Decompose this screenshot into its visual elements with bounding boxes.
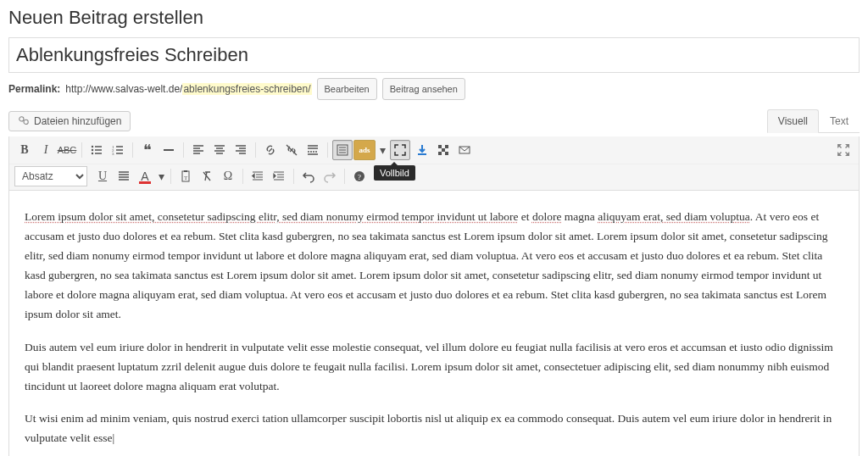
align-center-button[interactable] bbox=[209, 140, 230, 160]
align-justify-button[interactable] bbox=[114, 166, 134, 186]
mail-button[interactable] bbox=[454, 140, 475, 160]
text-cursor bbox=[112, 431, 114, 444]
ads-dropdown[interactable]: ▾ bbox=[376, 140, 388, 160]
svg-text:3: 3 bbox=[112, 152, 114, 156]
align-right-button[interactable] bbox=[231, 140, 251, 160]
link-button[interactable] bbox=[260, 140, 281, 160]
outdent-button[interactable] bbox=[248, 166, 268, 186]
add-media-label: Dateien hinzufügen bbox=[34, 115, 121, 127]
svg-rect-10 bbox=[445, 145, 448, 148]
svg-point-1 bbox=[24, 120, 28, 124]
tab-text[interactable]: Text bbox=[819, 109, 860, 133]
fullscreen-tooltip: Vollbild bbox=[374, 165, 415, 181]
text-color-dropdown[interactable]: ▾ bbox=[156, 166, 166, 186]
editor-content[interactable]: Lorem ipsum dolor sit amet, consetetur s… bbox=[8, 191, 860, 456]
permalink-row: Permalink: http://www.salvas-welt.de/abl… bbox=[8, 78, 860, 100]
svg-rect-9 bbox=[438, 145, 442, 148]
permalink-base[interactable]: http://www.salvas-welt.de/ bbox=[65, 83, 182, 95]
view-post-button[interactable]: Beitrag ansehen bbox=[382, 78, 465, 100]
paragraph[interactable]: Duis autem vel eum iriure dolor in hendr… bbox=[25, 338, 843, 397]
blockquote-button[interactable]: ❝ bbox=[137, 140, 158, 160]
redo-button[interactable] bbox=[320, 166, 340, 186]
svg-text:T: T bbox=[184, 175, 188, 181]
tab-visual[interactable]: Visuell bbox=[767, 109, 819, 133]
underline-button[interactable]: U bbox=[92, 166, 113, 186]
svg-point-3 bbox=[92, 149, 93, 151]
horizontal-rule-button[interactable] bbox=[159, 140, 179, 160]
svg-point-0 bbox=[19, 116, 24, 120]
edit-permalink-button[interactable]: Bearbeiten bbox=[317, 78, 377, 100]
spell-error[interactable]: dolore bbox=[532, 210, 562, 223]
align-left-button[interactable] bbox=[188, 140, 209, 160]
permalink-slug[interactable]: ablenkungsfreies-schreiben/ bbox=[182, 83, 311, 95]
download-button[interactable] bbox=[412, 140, 432, 160]
post-title-input[interactable] bbox=[8, 37, 860, 73]
paragraph[interactable]: Ut wisi enim ad minim veniam, quis nostr… bbox=[25, 409, 843, 448]
bulleted-list-button[interactable] bbox=[86, 140, 107, 160]
strikethrough-button[interactable]: ABC bbox=[57, 140, 77, 160]
permalink-label: Permalink: bbox=[8, 83, 60, 95]
svg-rect-13 bbox=[445, 152, 448, 155]
paste-text-button[interactable]: T bbox=[175, 166, 196, 186]
paragraph-format-select[interactable]: Absatz bbox=[14, 166, 87, 186]
text-color-button[interactable]: A bbox=[135, 166, 155, 186]
svg-point-2 bbox=[92, 146, 93, 147]
numbered-list-button[interactable]: 123 bbox=[108, 140, 128, 160]
media-icon bbox=[18, 115, 30, 127]
kitchen-sink-button[interactable] bbox=[332, 140, 353, 160]
spell-error[interactable]: aliquyam erat, sed diam voluptua bbox=[598, 210, 750, 223]
undo-button[interactable] bbox=[298, 166, 319, 186]
spell-error[interactable]: Lorem ipsum dolor sit amet, consetetur s… bbox=[25, 210, 518, 223]
expand-editor-button[interactable] bbox=[833, 140, 854, 160]
editor-toolbar: B I ABC 123 ❝ bbox=[8, 136, 860, 191]
indent-button[interactable] bbox=[269, 166, 289, 186]
add-media-button[interactable]: Dateien hinzufügen bbox=[8, 111, 131, 131]
ads-button[interactable]: ads bbox=[353, 140, 376, 160]
unlink-button[interactable] bbox=[281, 140, 302, 160]
bold-button[interactable]: B bbox=[14, 140, 35, 160]
checkerboard-button[interactable] bbox=[433, 140, 453, 160]
svg-rect-16 bbox=[184, 170, 187, 172]
svg-text:?: ? bbox=[358, 173, 361, 181]
clear-formatting-button[interactable] bbox=[197, 166, 217, 186]
fullscreen-button[interactable] bbox=[390, 140, 410, 160]
svg-rect-11 bbox=[442, 148, 445, 152]
paragraph[interactable]: Lorem ipsum dolor sit amet, consetetur s… bbox=[25, 208, 843, 325]
page-heading: Neuen Beitrag erstellen bbox=[8, 7, 860, 29]
special-character-button[interactable]: Ω bbox=[218, 166, 238, 186]
italic-button[interactable]: I bbox=[36, 140, 56, 160]
svg-rect-12 bbox=[438, 152, 442, 155]
svg-point-4 bbox=[92, 153, 93, 154]
help-button[interactable]: ? bbox=[349, 166, 370, 186]
insert-more-button[interactable] bbox=[303, 140, 323, 160]
